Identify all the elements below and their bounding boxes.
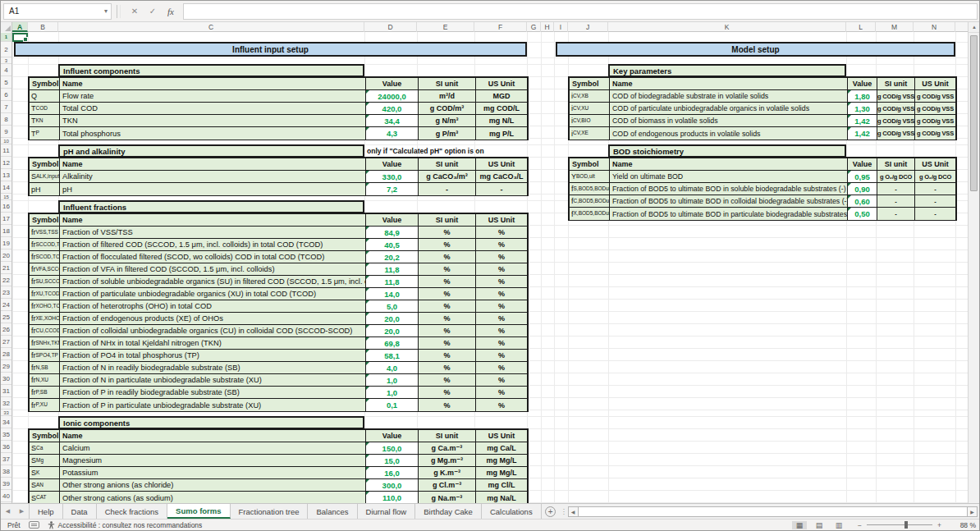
row-header-15[interactable]: 15 (1, 194, 11, 200)
sheet-nav-right-icon[interactable]: ▶ (15, 504, 29, 519)
header-cell-symbol[interactable]: Symbol (30, 158, 60, 171)
cell-si-unit[interactable]: g COD/m³ (419, 103, 476, 115)
cell-us-unit[interactable]: mg N/L (476, 115, 527, 127)
cell-si-unit[interactable]: % (419, 300, 476, 313)
cell-value[interactable]: 16,0 (366, 467, 419, 479)
cell-si-unit[interactable]: % (419, 239, 476, 251)
row-header-19[interactable]: 19 (1, 237, 11, 249)
table-title-key-parameters[interactable]: Key parameters (608, 64, 846, 77)
cell-value[interactable]: 1,42 (848, 115, 877, 127)
horizontal-scrollbar-track[interactable] (579, 506, 967, 517)
header-cell-us-unit[interactable]: US Unit (476, 158, 527, 171)
cell-si-unit[interactable]: % (419, 288, 476, 300)
insert-function-icon[interactable]: fx (162, 3, 180, 20)
cell-si-unit[interactable]: g P/m³ (419, 127, 476, 140)
cell-symbol[interactable]: frXOHO,TCOD (30, 300, 60, 313)
header-cell-value[interactable]: Value (848, 158, 877, 171)
cell-value[interactable]: 1,0 (366, 387, 419, 399)
cell-symbol[interactable]: SCAT (30, 492, 60, 503)
header-cell-us-unit[interactable]: US Unit (476, 214, 527, 227)
zoom-slider[interactable] (867, 524, 932, 525)
header-cell-value[interactable]: Value (366, 78, 419, 90)
cell-si-unit[interactable]: g COD/g VSS (877, 90, 915, 103)
column-header-H[interactable]: H (541, 22, 554, 32)
row-header-32[interactable]: 32 (1, 397, 11, 410)
cell-value[interactable]: 84,9 (366, 227, 419, 239)
cell-us-unit[interactable]: - (915, 183, 955, 195)
row-header-35[interactable]: 35 (1, 428, 11, 441)
grid-canvas[interactable]: 1234567891011121314151617181920212223242… (1, 32, 969, 503)
cell-name[interactable]: Total phosphorus (60, 127, 366, 140)
row-header-22[interactable]: 22 (1, 274, 11, 286)
cell-name[interactable]: Fraction of BOD5 to ultimate BOD in solu… (610, 183, 848, 195)
row-header-30[interactable]: 30 (1, 373, 11, 385)
cell-name[interactable]: Total COD (60, 103, 366, 115)
cell-symbol[interactable]: fX,BOD5,BODult (570, 208, 610, 220)
select-all-corner[interactable] (1, 22, 12, 32)
cell-name[interactable]: Fraction of PO4 in total phosphorus (TP) (60, 350, 366, 362)
cell-si-unit[interactable]: g N/m³ (419, 115, 476, 127)
cell-si-unit[interactable]: % (419, 227, 476, 239)
cell-name[interactable]: Fraction of VFA in filtered COD (SCCOD, … (60, 263, 366, 276)
enter-icon[interactable]: ✓ (144, 3, 162, 20)
cell-symbol[interactable]: SAN (30, 479, 60, 492)
cell-si-unit[interactable]: g Na.m⁻³ (419, 492, 476, 503)
header-cell-us-unit[interactable]: US Unit (476, 78, 527, 90)
row-header-10[interactable]: 10 (1, 138, 11, 144)
cell-symbol[interactable]: iCV,BIO (570, 115, 610, 127)
header-cell-si-unit[interactable]: SI unit (419, 430, 476, 442)
row-header-37[interactable]: 37 (1, 453, 11, 465)
cell-si-unit[interactable]: g COD/g VSS (877, 103, 915, 115)
cell-us-unit[interactable]: % (476, 263, 527, 276)
cell-si-unit[interactable]: % (419, 263, 476, 276)
cell-symbol[interactable]: iCV,XE (570, 127, 610, 140)
cell-value[interactable]: 110,0 (366, 492, 419, 503)
cell-symbol[interactable]: SK (30, 467, 60, 479)
row-header-38[interactable]: 38 (1, 465, 11, 478)
cell-si-unit[interactable]: g COD/g VSS (877, 127, 915, 140)
row-header-8[interactable]: 8 (1, 113, 11, 126)
header-cell-symbol[interactable]: Symbol (30, 430, 60, 442)
cell-symbol[interactable]: pH (30, 183, 60, 195)
cell-value[interactable]: 0,95 (848, 171, 877, 183)
cell-us-unit[interactable]: % (476, 300, 527, 313)
cell-value[interactable]: 4,3 (366, 127, 419, 140)
cell-si-unit[interactable]: % (419, 276, 476, 288)
cell-name[interactable]: Fraction of N in particulate unbiodegrad… (60, 374, 366, 387)
header-cell-symbol[interactable]: Symbol (30, 78, 60, 90)
cell-name[interactable]: Fraction of BOD5 to ultimate BOD in coll… (610, 195, 848, 208)
header-cell-si-unit[interactable]: SI unit (419, 158, 476, 171)
cell-value[interactable]: 58,1 (366, 350, 419, 362)
cell-si-unit[interactable]: - (877, 183, 915, 195)
cell-si-unit[interactable]: % (419, 325, 476, 337)
zoom-slider-thumb[interactable] (904, 521, 908, 529)
cell-symbol[interactable]: frN,SB (30, 362, 60, 374)
cell-us-unit[interactable]: g COD/g VSS (915, 90, 955, 103)
formula-input[interactable] (183, 3, 978, 20)
row-header-34[interactable]: 34 (1, 416, 11, 428)
cell-us-unit[interactable]: % (476, 399, 527, 411)
table-title-ph-and-alkalinity[interactable]: pH and alkalinity (58, 144, 364, 158)
cell-value[interactable]: 40,5 (366, 239, 419, 251)
cell-name[interactable]: COD of biomass in volatile solids (610, 115, 848, 127)
cell-name[interactable]: Fraction of BOD5 to ultimate BOD in part… (610, 208, 848, 220)
cell-name[interactable]: Fraction of NHx in total Kjeldahl nitrog… (60, 337, 366, 350)
cell-name[interactable]: Potassium (60, 467, 366, 479)
cell-si-unit[interactable]: % (419, 313, 476, 325)
add-sheet-button[interactable]: + (542, 504, 560, 519)
row-header-16[interactable]: 16 (1, 200, 11, 213)
cell-name[interactable]: Fraction of filtered COD (SCCOD, 1.5 μm,… (60, 239, 366, 251)
column-header-K[interactable]: K (608, 22, 846, 32)
page-layout-view-icon[interactable]: ▤ (812, 521, 827, 529)
cell-symbol[interactable]: frCU,CCOD (30, 325, 60, 337)
cell-us-unit[interactable]: % (476, 239, 527, 251)
cell-value[interactable]: 34,4 (366, 115, 419, 127)
cell-us-unit[interactable]: % (476, 227, 527, 239)
cell-name[interactable]: Fraction of colloidal unbiodegradable or… (60, 325, 366, 337)
cell-us-unit[interactable]: % (476, 325, 527, 337)
cell-symbol[interactable]: TCOD (30, 103, 60, 115)
table-title-influent-fractions[interactable]: Influent fractions (58, 200, 364, 213)
cell-symbol[interactable]: SALK,input (30, 171, 60, 183)
cell-symbol[interactable]: frN,XU (30, 374, 60, 387)
header-cell-si-unit[interactable]: SI unit (419, 214, 476, 227)
